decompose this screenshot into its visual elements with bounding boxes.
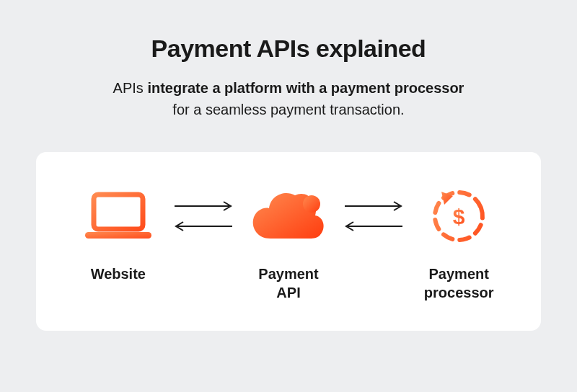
node-payment-api-label: Payment API bbox=[258, 264, 318, 302]
node-payment-processor-label: Payment processor bbox=[424, 264, 494, 302]
svg-rect-1 bbox=[85, 232, 151, 239]
node-payment-processor: $ Payment processor bbox=[405, 184, 512, 302]
node-website: Website bbox=[65, 184, 172, 283]
subtitle-tail: for a seamless payment transaction. bbox=[113, 99, 464, 120]
svg-point-4 bbox=[303, 195, 320, 213]
laptop-icon bbox=[84, 184, 153, 249]
arrow-right-icon bbox=[173, 201, 234, 211]
dollar-circle-icon: $ bbox=[428, 184, 489, 249]
arrow-left-icon bbox=[343, 221, 404, 231]
cloud-icon bbox=[249, 184, 328, 249]
node-website-label: Website bbox=[91, 264, 146, 283]
arrows-api-processor bbox=[342, 184, 406, 249]
svg-text:$: $ bbox=[453, 205, 465, 228]
node-payment-api: Payment API bbox=[235, 184, 342, 302]
page-title: Payment APIs explained bbox=[151, 35, 426, 63]
subtitle: APIs integrate a platform with a payment… bbox=[113, 77, 464, 120]
arrows-website-api bbox=[172, 184, 236, 249]
svg-rect-0 bbox=[94, 195, 143, 229]
arrow-left-icon bbox=[173, 221, 234, 231]
arrow-right-icon bbox=[343, 201, 404, 211]
diagram-card: Website Payment API bbox=[36, 152, 541, 331]
subtitle-bold: integrate a platform with a payment proc… bbox=[147, 80, 464, 96]
subtitle-lead: APIs bbox=[113, 80, 148, 96]
